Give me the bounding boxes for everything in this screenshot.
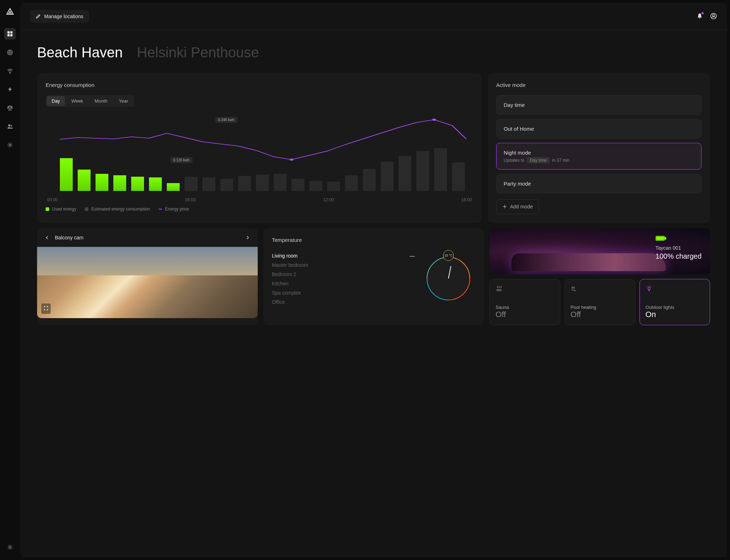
vehicle-column: Taycan 001 100% charged SaunaOff Pool he… [489, 228, 710, 325]
manage-locations-button[interactable]: Manage locations [30, 10, 89, 23]
camera-name: Balcony cam [55, 235, 83, 240]
nav-settings-icon[interactable] [4, 139, 16, 151]
price-low-label: 0.12€ kwh [170, 157, 192, 163]
svg-point-7 [10, 73, 10, 73]
chart-x-labels: 00:00 06:00 12:00 18:00 [46, 197, 473, 202]
room-bedroom-2[interactable]: Bedroom 2 [272, 271, 415, 277]
nav-wifi-icon[interactable] [4, 65, 16, 77]
svg-rect-36 [167, 183, 180, 191]
svg-rect-33 [113, 175, 126, 191]
toggle-label: Pool heating [571, 305, 629, 310]
svg-point-13 [713, 14, 715, 16]
svg-rect-18 [256, 175, 269, 191]
x-label: 18:00 [461, 197, 472, 202]
legend-used: Used energy [52, 207, 76, 212]
time-tab-month[interactable]: Month [89, 96, 112, 106]
battery-icon [656, 235, 701, 242]
svg-rect-32 [96, 174, 108, 191]
camera-expand-button[interactable] [41, 304, 51, 314]
add-mode-label: Add mode [510, 204, 533, 209]
time-range-tabs: Day Week Month Year [46, 95, 134, 107]
toggle-label: Outdoor lights [646, 305, 704, 310]
nav-dashboard-icon[interactable] [4, 28, 16, 40]
nav-bolt-icon[interactable] [4, 84, 16, 95]
user-circle-icon [710, 12, 717, 20]
price-high-label: 0.24€ kwh [215, 117, 237, 123]
svg-rect-14 [185, 177, 197, 191]
temperature-title: Temperature [272, 237, 475, 243]
x-label: 00:00 [47, 197, 58, 202]
nav-scale-icon[interactable] [4, 102, 16, 114]
sidebar [0, 0, 20, 560]
location-tab-helsinki[interactable]: Helsinki Penthouse [137, 45, 259, 61]
pencil-icon [36, 14, 41, 19]
svg-point-37 [289, 159, 294, 161]
toggle-outdoor-lights[interactable]: Outdoor lightsOn [639, 279, 710, 325]
svg-point-8 [8, 124, 10, 126]
logo-icon [6, 7, 14, 17]
profile-button[interactable] [710, 12, 717, 21]
svg-rect-42 [665, 237, 666, 239]
svg-rect-25 [381, 162, 394, 191]
toggle-label: Sauna [495, 305, 554, 310]
svg-rect-28 [434, 148, 447, 191]
pool-icon [571, 285, 629, 293]
location-tabs: Beach Haven Helsinki Penthouse [37, 45, 710, 61]
svg-rect-23 [345, 175, 358, 191]
vehicle-card[interactable]: Taycan 001 100% charged [489, 228, 710, 275]
svg-rect-30 [60, 158, 73, 191]
svg-rect-43 [657, 237, 664, 240]
mode-night-mode[interactable]: Night mode Updates to Day time in 37 min [496, 143, 701, 170]
add-mode-button[interactable]: Add mode [496, 199, 539, 214]
notifications-button[interactable] [696, 13, 703, 20]
svg-point-38 [432, 119, 436, 121]
manage-locations-label: Manage locations [44, 14, 83, 19]
nav-target-icon[interactable] [4, 47, 16, 58]
location-tab-beach-haven[interactable]: Beach Haven [37, 45, 123, 61]
chevron-left-icon [45, 235, 49, 240]
svg-rect-19 [274, 174, 287, 191]
room-office[interactable]: Office [272, 299, 415, 305]
room-kitchen[interactable]: Kitchen [272, 281, 415, 286]
svg-rect-24 [363, 169, 376, 191]
room-spa[interactable]: Spa complex [272, 290, 415, 296]
svg-rect-22 [327, 182, 340, 191]
energy-chart: 0.12€ kwh 0.24€ kwh [46, 113, 473, 195]
svg-rect-16 [220, 179, 233, 191]
camera-next-button[interactable] [243, 233, 252, 242]
energy-title: Energy consumption [46, 82, 473, 88]
legend-price: Energy price [165, 207, 189, 212]
time-tab-year[interactable]: Year [114, 96, 133, 106]
svg-rect-1 [10, 31, 12, 33]
time-tab-day[interactable]: Day [47, 96, 65, 106]
room-master-bedroom[interactable]: Master bedroom [272, 262, 415, 268]
toggle-sauna[interactable]: SaunaOff [489, 279, 560, 325]
nav-brightness-icon[interactable] [4, 541, 16, 553]
svg-rect-26 [399, 156, 411, 191]
modes-card: Active mode Day time Out of Home Night m… [488, 73, 710, 223]
svg-rect-2 [7, 34, 10, 36]
mode-party-mode[interactable]: Party mode [496, 174, 701, 193]
camera-prev-button[interactable] [43, 233, 51, 242]
svg-rect-34 [131, 177, 144, 191]
vehicle-status: 100% charged [656, 252, 701, 260]
temperature-dial[interactable]: 22 °C [422, 250, 475, 304]
mode-day-time[interactable]: Day time [496, 95, 701, 115]
camera-image [37, 247, 258, 318]
vehicle-name: Taycan 001 [656, 245, 701, 251]
toggle-pool[interactable]: Pool heatingOff [565, 279, 635, 325]
time-tab-week[interactable]: Week [66, 96, 88, 106]
toggle-state: Off [495, 310, 554, 319]
bell-icon [696, 13, 703, 19]
mode-out-of-home[interactable]: Out of Home [496, 119, 701, 139]
camera-card: Balcony cam [37, 228, 258, 325]
svg-rect-15 [202, 177, 215, 191]
x-label: 06:00 [185, 197, 196, 202]
room-living-room[interactable]: Living room— [272, 253, 415, 259]
svg-rect-3 [10, 34, 12, 36]
svg-rect-31 [78, 170, 91, 191]
expand-icon [43, 306, 48, 311]
nav-users-icon[interactable] [4, 121, 16, 132]
minus-icon: — [410, 253, 415, 259]
chart-legend: Used energy Estimated energy consumption… [46, 207, 473, 212]
